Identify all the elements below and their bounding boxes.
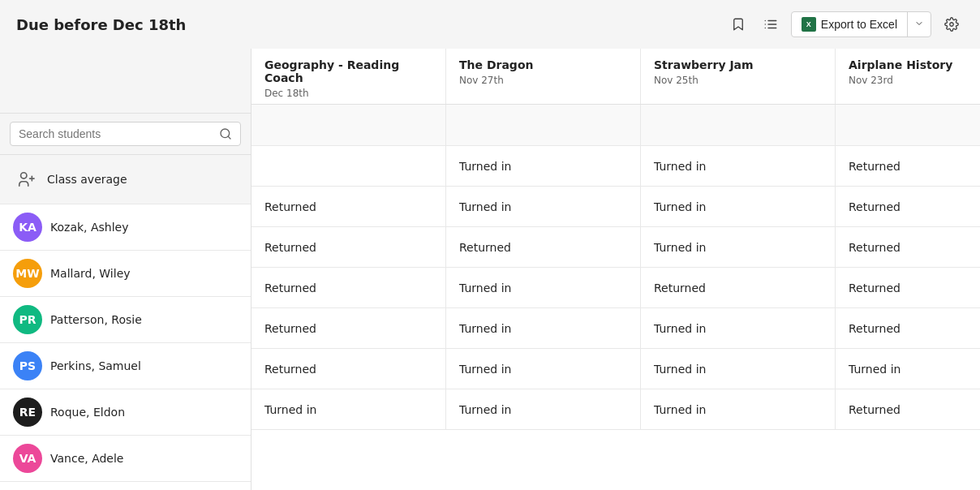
export-label: Export to Excel — [821, 18, 897, 31]
class-average-grid-row — [251, 105, 980, 146]
search-box — [10, 122, 241, 146]
bookmark-icon — [731, 17, 746, 32]
chevron-down-icon — [914, 19, 924, 28]
grid-cell-1-0[interactable]: Returned — [251, 187, 446, 226]
assignment-date-3: Nov 23rd — [849, 75, 980, 86]
table-row: Turned inTurned inReturned — [251, 146, 980, 187]
grid-cell-6-1[interactable]: Turned in — [446, 389, 641, 429]
assignment-name-1: The Dragon — [459, 58, 627, 71]
grid-cell-3-3[interactable]: Returned — [836, 268, 980, 307]
avatar: RE — [13, 398, 42, 427]
avatar: PR — [13, 305, 42, 334]
grid-cell-5-2[interactable]: Turned in — [641, 349, 836, 389]
table-row: ReturnedTurned inReturnedReturned — [251, 268, 980, 308]
grid-cell-4-1[interactable]: Turned in — [446, 308, 641, 348]
assignment-date-2: Nov 25th — [654, 75, 822, 86]
bookmark-button[interactable] — [726, 12, 750, 37]
student-name: Perkins, Samuel — [50, 359, 141, 372]
export-chevron-button[interactable] — [908, 14, 931, 36]
grid-cell-0-0 — [251, 146, 446, 186]
assignment-name-2: Strawberry Jam — [654, 58, 822, 71]
grid-cell-0-3[interactable]: Returned — [836, 146, 980, 186]
student-row[interactable]: PS Perkins, Samuel — [0, 343, 251, 389]
table-row: ReturnedTurned inTurned inReturned — [251, 308, 980, 349]
student-name: Kozak, Ashley — [50, 221, 129, 234]
grid-cell-4-2[interactable]: Turned in — [641, 308, 836, 348]
export-button-group: X Export to Excel — [791, 11, 931, 37]
assignment-header-3: Airplane History Nov 23rd — [836, 49, 980, 104]
class-average-row[interactable]: Class average — [0, 155, 251, 204]
grid-cell-2-1[interactable]: Returned — [446, 227, 641, 267]
grid-cell-1-2[interactable]: Turned in — [641, 187, 836, 226]
class-avg-cell-1 — [251, 105, 446, 145]
main-content: Class average KA Kozak, Ashley MW Mallar… — [0, 49, 980, 490]
search-area — [0, 114, 251, 155]
top-bar: Due before Dec 18th X Export to Excel — [0, 0, 980, 49]
class-average-icon — [13, 166, 39, 192]
student-row[interactable]: WA Wilber, Alex — [0, 482, 251, 490]
svg-point-6 — [950, 23, 954, 27]
assignment-name-3: Airplane History — [849, 58, 980, 71]
class-avg-cell-3 — [641, 105, 836, 145]
assignment-date-0: Dec 18th — [264, 88, 432, 99]
student-row[interactable]: RE Roque, Eldon — [0, 389, 251, 436]
top-bar-actions: X Export to Excel — [726, 11, 964, 37]
table-row: Turned inTurned inTurned inReturned — [251, 389, 980, 430]
grid-cell-3-2[interactable]: Returned — [641, 268, 836, 307]
student-row[interactable]: VA Vance, Adele — [0, 436, 251, 482]
avatar: PS — [13, 351, 42, 380]
excel-icon: X — [802, 17, 816, 32]
table-row: ReturnedTurned inTurned inTurned in — [251, 349, 980, 389]
search-icon — [219, 127, 232, 140]
settings-icon — [944, 17, 959, 32]
grid-cell-4-0[interactable]: Returned — [251, 308, 446, 348]
avatar: KA — [13, 213, 42, 242]
student-row[interactable]: PR Patterson, Rosie — [0, 297, 251, 343]
grid-cell-5-3[interactable]: Turned in — [836, 349, 980, 389]
assignments-header: Geography - Reading Coach Dec 18th The D… — [251, 49, 980, 105]
filter-button[interactable] — [759, 12, 783, 37]
grid-cell-1-1[interactable]: Turned in — [446, 187, 641, 226]
grid-cell-0-2[interactable]: Turned in — [641, 146, 836, 186]
class-average-label: Class average — [47, 173, 127, 186]
grid-cell-1-3[interactable]: Returned — [836, 187, 980, 226]
svg-point-9 — [21, 173, 27, 178]
table-row: ReturnedTurned inTurned inReturned — [251, 187, 980, 227]
grid-cell-6-3[interactable]: Returned — [836, 389, 980, 429]
class-avg-cell-2 — [446, 105, 641, 145]
grid-cell-5-0[interactable]: Returned — [251, 349, 446, 389]
assignments-grid: Geography - Reading Coach Dec 18th The D… — [251, 49, 980, 490]
assignment-header-2: Strawberry Jam Nov 25th — [641, 49, 836, 104]
student-name: Vance, Adele — [50, 452, 124, 465]
page-title: Due before Dec 18th — [16, 16, 186, 33]
assignment-name-0: Geography - Reading Coach — [264, 58, 432, 84]
class-avg-cell-4 — [836, 105, 980, 145]
grid-cell-3-0[interactable]: Returned — [251, 268, 446, 307]
grid-cell-2-2[interactable]: Turned in — [641, 227, 836, 267]
left-panel: Class average KA Kozak, Ashley MW Mallar… — [0, 49, 251, 490]
grid-cell-6-0[interactable]: Turned in — [251, 389, 446, 429]
avatar: MW — [13, 259, 42, 288]
settings-button[interactable] — [939, 12, 964, 37]
grid-body: Turned inTurned inReturnedReturnedTurned… — [251, 105, 980, 430]
search-input[interactable] — [19, 127, 213, 140]
grid-cell-2-3[interactable]: Returned — [836, 227, 980, 267]
student-name: Patterson, Rosie — [50, 313, 142, 326]
assignment-date-1: Nov 27th — [459, 75, 627, 86]
avatar: VA — [13, 444, 42, 473]
export-to-excel-button[interactable]: X Export to Excel — [792, 12, 908, 37]
grid-cell-2-0[interactable]: Returned — [251, 227, 446, 267]
table-row: ReturnedReturnedTurned inReturned — [251, 227, 980, 268]
svg-line-8 — [228, 136, 230, 139]
assignment-header-1: The Dragon Nov 27th — [446, 49, 641, 104]
grid-cell-4-3[interactable]: Returned — [836, 308, 980, 348]
student-row[interactable]: KA Kozak, Ashley — [0, 204, 251, 251]
student-grid-rows: Turned inTurned inReturnedReturnedTurned… — [251, 146, 980, 430]
grid-cell-5-1[interactable]: Turned in — [446, 349, 641, 389]
grid-cell-0-1[interactable]: Turned in — [446, 146, 641, 186]
student-name: Mallard, Wiley — [50, 267, 131, 280]
student-row[interactable]: MW Mallard, Wiley — [0, 251, 251, 297]
grid-cell-3-1[interactable]: Turned in — [446, 268, 641, 307]
grid-cell-6-2[interactable]: Turned in — [641, 389, 836, 429]
app-container: Due before Dec 18th X Export to Excel — [0, 0, 980, 490]
